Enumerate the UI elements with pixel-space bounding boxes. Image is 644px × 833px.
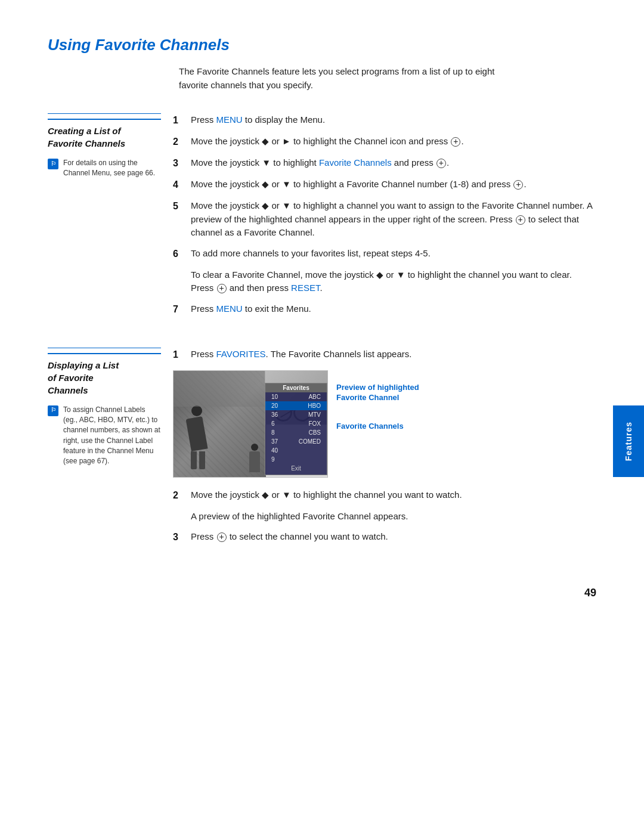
disp-step-text-1: Press FAVORITES. The Favorite Channels l… (191, 348, 596, 362)
step-text-7: Press MENU to exit the Menu. (191, 302, 596, 317)
step-2: 2 Move the joystick ◆ or ► to highlight … (173, 135, 596, 149)
fav-exit: Exit (265, 464, 327, 473)
disp-step-text-3: Press + to select the channel you want t… (191, 530, 596, 544)
note-text-displaying: To assign Channel Labels (eg., ABC, HBO,… (63, 405, 161, 467)
note-icon-2: ⚐ (48, 405, 58, 416)
step-number-5: 5 (173, 199, 184, 240)
disp-step-3: 3 Press + to select the channel you want… (173, 530, 596, 544)
step-6-sub: To clear a Favorite Channel, move the jo… (191, 268, 596, 295)
circle-plus-4: + (513, 180, 523, 190)
disp-step-number-1: 1 (173, 348, 184, 362)
fav-row-1: 10ABC (265, 392, 327, 401)
step-number-6: 6 (173, 247, 184, 261)
menu-keyword-7: MENU (216, 304, 243, 314)
favorites-list-panel: Favorites 10ABC 20HBO 36MTV 6FOX 8CBS 37… (265, 383, 327, 475)
note-icon: ⚐ (48, 159, 58, 169)
steps-list-displaying-3: 3 Press + to select the channel you want… (173, 530, 596, 544)
fav-row-6: 37COMED (265, 437, 327, 446)
step-5: 5 Move the joystick ◆ or ▼ to highlight … (173, 199, 596, 240)
note-displaying: ⚐ To assign Channel Labels (eg., ABC, HB… (48, 405, 161, 467)
page-number: 49 (584, 587, 596, 599)
step-number-3: 3 (173, 156, 184, 171)
second-figure (249, 444, 260, 472)
features-tab-label: Features (624, 422, 633, 461)
fav-title: Favorites (265, 383, 327, 392)
callout-preview: Preview of highlighted Favorite Channel (336, 382, 420, 403)
step-3: 3 Move the joystick ▼ to highlight Favor… (173, 156, 596, 171)
section-displaying: Displaying a Listof FavoriteChannels ⚐ T… (48, 348, 596, 552)
circle-plus-3: + (436, 159, 446, 168)
favorites-keyword: FAVORITES (216, 349, 266, 359)
step-number-4: 4 (173, 178, 184, 192)
fav-row-8: 9 (265, 455, 327, 464)
intro-paragraph: The Favorite Channels feature lets you s… (179, 65, 513, 92)
step-number-2: 2 (173, 135, 184, 149)
features-tab: Features (613, 405, 644, 477)
section-left-displaying: Displaying a Listof FavoriteChannels ⚐ T… (48, 348, 173, 552)
steps-list-creating: 1 Press MENU to display the Menu. 2 Move… (173, 113, 596, 261)
fav-channels-keyword: Favorite Channels (319, 157, 392, 168)
diagram-image: Favorites 10ABC 20HBO 36MTV 6FOX 8CBS 37… (173, 370, 328, 478)
step-7: 7 Press MENU to exit the Menu. (173, 302, 596, 317)
circle-plus-5: + (516, 215, 525, 225)
step-number-7: 7 (173, 302, 184, 317)
step-number-1: 1 (173, 113, 184, 128)
callout-favorites: Favorite Channels (336, 421, 420, 432)
fav-row-4: 6FOX (265, 419, 327, 428)
disp-step-number-3: 3 (173, 530, 184, 544)
step-text-6: To add more channels to your favorites l… (191, 247, 596, 261)
step-4: 4 Move the joystick ◆ or ▼ to highlight … (173, 178, 596, 192)
circle-plus-2: + (451, 137, 460, 147)
disp-step-number-2: 2 (173, 488, 184, 503)
disp-step-text-2: Move the joystick ◆ or ▼ to highlight th… (191, 488, 596, 503)
step-text-3: Move the joystick ▼ to highlight Favorit… (191, 156, 596, 171)
menu-keyword-1: MENU (216, 114, 243, 125)
section-right-displaying: 1 Press FAVORITES. The Favorite Channels… (173, 348, 596, 552)
section-creating: Creating a List ofFavorite Channels ⚐ Fo… (48, 113, 596, 324)
section-right-creating: 1 Press MENU to display the Menu. 2 Move… (173, 113, 596, 324)
favorites-diagram: Favorites 10ABC 20HBO 36MTV 6FOX 8CBS 37… (173, 370, 596, 478)
circle-plus-6: + (217, 284, 227, 293)
fav-row-3: 36MTV (265, 410, 327, 419)
tv-left-panel (174, 371, 266, 478)
step-1: 1 Press MENU to display the Menu. (173, 113, 596, 128)
section-heading-displaying: Displaying a Listof FavoriteChannels (48, 353, 161, 397)
note-creating: ⚐ For details on using the Channel Menu,… (48, 158, 161, 179)
fav-row-7: 40 (265, 446, 327, 455)
disp-step-1: 1 Press FAVORITES. The Favorite Channels… (173, 348, 596, 362)
fav-row-5: 8CBS (265, 428, 327, 437)
step-text-1: Press MENU to display the Menu. (191, 113, 596, 128)
section-heading-creating: Creating a List ofFavorite Channels (48, 119, 161, 150)
player-figure (188, 405, 205, 469)
page-title: Using Favorite Channels (48, 36, 596, 54)
disp-step-2: 2 Move the joystick ◆ or ▼ to highlight … (173, 488, 596, 503)
callout-area: Preview of highlighted Favorite Channel … (336, 370, 420, 432)
reset-keyword: RESET (291, 283, 320, 293)
steps-list-creating-2: 7 Press MENU to exit the Menu. (173, 302, 596, 317)
step-6: 6 To add more channels to your favorites… (173, 247, 596, 261)
circle-plus-disp: + (217, 532, 227, 542)
disp-step-2-sub: A preview of the highlighted Favorite Ch… (191, 510, 596, 524)
steps-list-displaying-2: 2 Move the joystick ◆ or ▼ to highlight … (173, 488, 596, 503)
step-text-2: Move the joystick ◆ or ► to highlight th… (191, 135, 596, 149)
step-text-4: Move the joystick ◆ or ▼ to highlight a … (191, 178, 596, 192)
note-text-creating: For details on using the Channel Menu, s… (63, 158, 161, 179)
fav-row-2: 20HBO (265, 401, 327, 410)
step-text-5: Move the joystick ◆ or ▼ to highlight a … (191, 199, 596, 240)
steps-list-displaying: 1 Press FAVORITES. The Favorite Channels… (173, 348, 596, 362)
section-left-creating: Creating a List ofFavorite Channels ⚐ Fo… (48, 113, 173, 324)
